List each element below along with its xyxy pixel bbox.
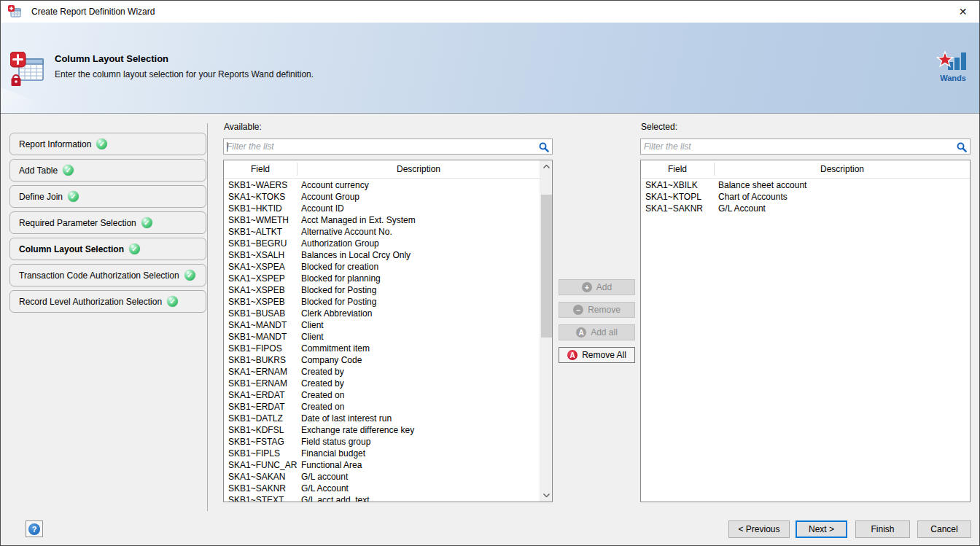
table-row[interactable]: SKA1~MANDT Client [224,319,540,331]
table-row[interactable]: SKB1~DATLZ Date of last interest run [224,413,540,424]
wizard-step-tab[interactable]: Transaction Code Authorization Selection [9,264,206,286]
wizard-step-label: Report Information [19,139,91,149]
add-all-button[interactable]: Add all [559,324,635,340]
table-row[interactable]: SKB1~SAKNR G/L Account [224,483,540,494]
table-row[interactable]: SKB1~BUKRS Company Code [224,354,540,366]
wizard-step-tab[interactable]: Report Information [9,133,206,155]
table-row[interactable]: SKB1~STEXT G/L acct add. text [224,494,540,502]
finish-button[interactable]: Finish [855,520,910,538]
field-cell: SKB1~FSTAG [224,436,297,448]
remove-label: Remove [588,305,621,315]
table-row[interactable]: SKB1~FIPOS Commitment item [224,343,540,354]
table-row[interactable]: SKA1~KTOPL Chart of Accounts [641,191,970,203]
description-cell: Blocked for planning [297,273,540,284]
step-complete-check-icon [141,217,152,228]
field-cell: SKB1~DATLZ [224,413,297,424]
field-cell: SKB1~WAERS [224,179,297,191]
column-header-field[interactable]: Field [224,160,297,179]
description-cell: Financial budget [297,448,540,459]
field-cell: SKA1~XSPEP [224,273,297,284]
table-row[interactable]: SKA1~ERNAM Created by [224,366,540,378]
table-row[interactable]: SKB1~WMETH Acct Managed in Ext. System [224,214,540,226]
wizard-step-label: Add Table [19,165,58,176]
table-row[interactable]: SKB1~HKTID Account ID [224,203,540,214]
add-all-icon [576,327,586,338]
wizard-step-tab[interactable]: Define Join [9,185,206,208]
table-row[interactable]: SKA1~XBILK Balance sheet account [641,179,970,191]
description-cell: Created on [297,389,540,401]
table-row[interactable]: SKB1~WAERS Account currency [224,179,540,191]
column-header-field[interactable]: Field [641,160,714,179]
help-button[interactable]: ? [26,520,43,537]
selected-filter-box [640,139,971,155]
field-cell: SKB1~XSPEB [224,296,297,308]
description-cell: G/L account [297,471,540,483]
field-cell: SKA1~FUNC_AREA [224,459,297,471]
table-row[interactable]: SKA1~XSPEB Blocked for Posting [224,284,540,296]
table-row[interactable]: SKA1~KTOKS Account Group [224,191,540,203]
wizard-step-label: Column Layout Selection [19,244,124,254]
column-header-description[interactable]: Description [715,160,970,179]
step-complete-check-icon [63,165,74,176]
table-row[interactable]: SKB1~XSALH Balances in Local Crcy Only [224,249,540,261]
description-cell: Acct Managed in Ext. System [297,214,540,226]
available-filter-input[interactable] [227,140,536,153]
table-row[interactable]: SKB1~BUSAB Clerk Abbreviation [224,308,540,319]
scrollbar-thumb[interactable] [541,195,552,338]
table-row[interactable]: SKB1~ERDAT Created on [224,401,540,413]
field-cell: SKA1~ERDAT [224,389,297,401]
table-row[interactable]: SKA1~XSPEP Blocked for planning [224,273,540,284]
add-button[interactable]: Add [559,279,635,295]
description-cell: Created on [297,401,540,413]
previous-button[interactable]: < Previous [728,520,790,538]
wizard-step-tab[interactable]: Record Level Authorization Selection [9,290,206,313]
table-row[interactable]: SKB1~FIPLS Financial budget [224,448,540,459]
cancel-button[interactable]: Cancel [917,520,971,538]
table-row[interactable]: SKB1~FSTAG Field status group [224,436,540,448]
step-subtitle: Enter the column layout selection for yo… [55,69,314,79]
wizard-step-tab[interactable]: Required Parameter Selection [9,211,206,234]
scroll-down-icon[interactable] [540,489,553,502]
wizard-step-tab[interactable]: Add Table [9,159,206,182]
selected-filter-input[interactable] [644,140,954,153]
remove-all-button[interactable]: Remove All [559,347,635,363]
step-complete-check-icon [184,270,195,281]
table-row[interactable]: SKA1~SAKNR G/L Account [641,203,970,214]
selected-list: Field Description SKA1~XBILK Balance she… [640,160,971,502]
table-row[interactable]: SKA1~ERDAT Created on [224,389,540,401]
next-button[interactable]: Next > [796,520,847,538]
vertical-scrollbar[interactable] [540,160,552,502]
help-icon: ? [28,523,40,535]
add-icon [582,282,592,292]
table-row[interactable]: SKB1~ERNAM Created by [224,378,540,389]
remove-button[interactable]: Remove [559,302,635,318]
table-row[interactable]: SKB1~KDFSL Exchange rate difference key [224,424,540,436]
app-icon [8,5,21,18]
step-complete-check-icon [129,243,140,254]
table-row[interactable]: SKB1~ALTKT Alternative Account No. [224,226,540,238]
description-cell: Field status group [297,436,540,448]
table-row[interactable]: SKB1~MANDT Client [224,331,540,343]
step-complete-check-icon [96,139,107,149]
table-row[interactable]: SKA1~SAKAN G/L account [224,471,540,483]
description-cell: Balance sheet account [714,179,970,191]
window-title: Create Report Definition Wizard [31,1,155,23]
table-row[interactable]: SKB1~XSPEB Blocked for Posting [224,296,540,308]
close-button[interactable]: ✕ [946,1,979,22]
table-row[interactable]: SKA1~FUNC_AREA Functional Area [224,459,540,471]
column-header-description[interactable]: Description [298,160,540,179]
wizard-header: Column Layout Selection Enter the column… [1,23,979,114]
wizard-step-label: Required Parameter Selection [19,218,136,228]
field-cell: SKA1~ERNAM [224,366,297,378]
description-cell: Blocked for creation [297,261,540,273]
table-row[interactable]: SKB1~BEGRU Authorization Group [224,238,540,249]
description-cell: Created by [297,378,540,389]
table-row[interactable]: SKA1~XSPEA Blocked for creation [224,261,540,273]
wizard-step-tab[interactable]: Column Layout Selection [9,238,206,260]
description-cell: Account Group [297,191,540,203]
field-cell: SKB1~ERDAT [224,401,297,413]
scroll-up-icon[interactable] [540,160,553,173]
report-definition-icon [10,52,45,88]
description-cell: Blocked for Posting [297,296,540,308]
step-complete-check-icon [68,191,79,202]
